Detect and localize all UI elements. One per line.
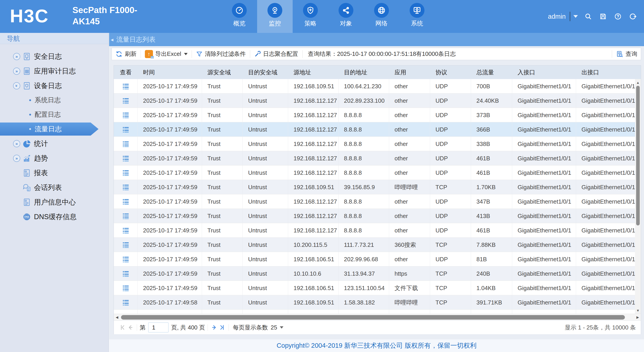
view-log-icon[interactable]: [122, 213, 129, 219]
save-icon[interactable]: [598, 12, 608, 21]
sidebar-item-session-list[interactable]: 会话列表: [0, 180, 109, 195]
table-row[interactable]: 2025-10-17 17:49:59 Trust Untrust 192.16…: [114, 165, 635, 180]
nav-label: 监控: [269, 19, 281, 28]
cell-in-iface: GigabitEthernet1/0/1: [512, 151, 576, 165]
sidebar-item-report[interactable]: 报表: [0, 165, 109, 180]
sidebar-item-security-log[interactable]: » 安全日志: [0, 49, 109, 64]
sidebar-item-traffic-log-selected[interactable]: 流量日志: [0, 122, 109, 136]
column-header[interactable]: 时间: [138, 68, 202, 76]
table-row[interactable]: 2025-10-17 17:49:59 Trust Untrust 192.16…: [114, 209, 635, 223]
scroll-down-icon[interactable]: ▼: [635, 307, 641, 313]
view-log-icon[interactable]: [122, 155, 129, 161]
table-row[interactable]: 2025-10-17 17:49:59 Trust Untrust 192.16…: [114, 93, 635, 108]
column-header[interactable]: 目的地址: [338, 68, 389, 76]
username[interactable]: admin: [548, 13, 566, 20]
nav-item-objects[interactable]: 对象: [328, 0, 364, 33]
view-log-icon[interactable]: [122, 83, 129, 89]
sidebar-item-statistics[interactable]: » 统计: [0, 136, 109, 151]
collapse-icon[interactable]: »: [13, 82, 20, 89]
per-page-dropdown-icon[interactable]: [280, 326, 284, 328]
sidebar-item-config-log[interactable]: 配置日志: [0, 107, 109, 122]
horizontal-scrollbar[interactable]: ◀ ▶: [114, 314, 641, 320]
export-excel-button[interactable]: ↑ 导出Excel: [145, 50, 188, 58]
scroll-left-icon[interactable]: ◀: [114, 314, 120, 321]
table-row[interactable]: [114, 310, 635, 314]
table-row[interactable]: 2025-10-17 17:49:59 Trust Untrust 192.16…: [114, 252, 635, 266]
table-row[interactable]: 2025-10-17 17:49:59 Trust Untrust 192.16…: [114, 180, 635, 194]
sidebar-item-user-info-center[interactable]: 用户信息中心: [0, 195, 109, 210]
first-page-button[interactable]: [119, 324, 126, 331]
view-log-icon[interactable]: [122, 98, 129, 104]
table-row[interactable]: 2025-10-17 17:49:59 Trust Untrust 192.16…: [114, 122, 635, 137]
column-header[interactable]: 总流量: [471, 68, 512, 76]
sidebar-item-trend[interactable]: » 趋势: [0, 151, 109, 165]
last-page-button[interactable]: [218, 324, 226, 331]
vertical-scrollbar[interactable]: ▲ ▼: [635, 79, 641, 314]
view-log-icon[interactable]: [122, 242, 129, 248]
view-log-icon[interactable]: [122, 141, 129, 147]
column-header[interactable]: 入接口: [512, 68, 576, 76]
sidebar-item-app-audit-log[interactable]: » 应用审计日志: [0, 64, 109, 78]
horizontal-scroll-thumb[interactable]: [121, 315, 625, 319]
clear-column-filter-button[interactable]: 清除列过滤条件: [196, 50, 246, 58]
column-header[interactable]: 应用: [389, 68, 430, 76]
nav-item-overview[interactable]: 概览: [222, 0, 257, 33]
view-log-icon[interactable]: [122, 270, 129, 277]
pagination-bar: 第 页, 共 400 页 每页显示条数 25 显示 1 - 25条，共 1000…: [114, 320, 641, 334]
view-log-icon[interactable]: [122, 285, 129, 291]
view-log-icon[interactable]: [122, 227, 129, 234]
sidebar-item-device-log[interactable]: » 设备日志: [0, 78, 109, 93]
view-log-icon[interactable]: [122, 169, 129, 176]
expand-icon[interactable]: »: [13, 140, 20, 147]
help-icon[interactable]: [614, 12, 622, 21]
column-header[interactable]: 源安全域: [202, 68, 243, 76]
column-header[interactable]: 出接口: [576, 68, 641, 76]
expand-icon[interactable]: »: [13, 53, 20, 60]
table-row[interactable]: 2025-10-17 17:49:59 Trust Untrust 192.16…: [114, 223, 635, 238]
column-header[interactable]: 源地址: [288, 68, 338, 76]
nav-item-network[interactable]: 网络: [364, 0, 399, 33]
collapse-sidebar-icon[interactable]: ◂: [109, 35, 115, 44]
cell-out-iface: GigabitEthernet1/0/1: [576, 93, 635, 108]
expand-icon[interactable]: »: [13, 68, 20, 75]
table-row[interactable]: 2025-10-17 17:49:59 Trust Untrust 192.16…: [114, 79, 635, 93]
table-row[interactable]: 2025-10-17 17:49:59 Trust Untrust 10.10.…: [114, 266, 635, 281]
per-page-value[interactable]: 25: [270, 324, 277, 331]
view-log-icon[interactable]: [122, 199, 129, 205]
table-row[interactable]: 2025-10-17 17:49:59 Trust Untrust 192.16…: [114, 281, 635, 295]
prev-page-button[interactable]: [126, 324, 134, 331]
expand-icon[interactable]: »: [13, 155, 20, 162]
view-log-icon[interactable]: [122, 299, 129, 306]
sidebar-item-dns-cache[interactable]: DNS DNS缓存信息: [0, 210, 109, 224]
view-log-icon[interactable]: [122, 256, 129, 262]
view-log-icon[interactable]: [122, 112, 129, 118]
vertical-scroll-thumb[interactable]: [636, 86, 640, 225]
table-row[interactable]: 2025-10-17 17:49:59 Trust Untrust 192.16…: [114, 137, 635, 151]
scroll-up-icon[interactable]: ▲: [635, 80, 641, 85]
nav-item-system[interactable]: 系统: [399, 0, 435, 33]
log-aggregate-config-button[interactable]: 日志聚合配置: [254, 50, 298, 58]
table-row[interactable]: 2025-10-17 17:49:59 Trust Untrust 192.16…: [114, 108, 635, 122]
nav-item-policy[interactable]: 策略: [293, 0, 328, 33]
table-row[interactable]: 2025-10-17 17:49:59 Trust Untrust 10.200…: [114, 238, 635, 252]
logout-icon[interactable]: [628, 12, 637, 21]
table-row[interactable]: 2025-10-17 17:49:59 Trust Untrust 192.16…: [114, 151, 635, 165]
query-button[interactable]: 查询: [616, 50, 637, 58]
scroll-right-icon[interactable]: ▶: [634, 314, 641, 321]
table-row[interactable]: 2025-10-17 17:49:58 Trust Untrust 192.16…: [114, 295, 635, 310]
column-header[interactable]: 查看: [114, 68, 138, 76]
search-icon[interactable]: [584, 12, 593, 21]
sidebar-item-system-log[interactable]: 系统日志: [0, 93, 109, 107]
refresh-button[interactable]: 刷新: [116, 50, 136, 58]
page-number-input[interactable]: [148, 322, 168, 332]
column-header[interactable]: 协议: [430, 68, 471, 76]
next-page-button[interactable]: [210, 324, 218, 331]
cell-out-iface: GigabitEthernet1/0/1: [576, 122, 635, 137]
view-log-icon[interactable]: [122, 126, 129, 133]
table-row[interactable]: 2025-10-17 17:49:59 Trust Untrust 192.16…: [114, 194, 635, 209]
nav-item-monitor[interactable]: 监控: [257, 0, 293, 33]
column-header[interactable]: 目的安全域: [243, 68, 288, 76]
user-dropdown-icon[interactable]: [573, 15, 578, 18]
view-log-icon[interactable]: [122, 184, 129, 190]
cell-src-addr: 192.168.106.51: [288, 281, 338, 295]
